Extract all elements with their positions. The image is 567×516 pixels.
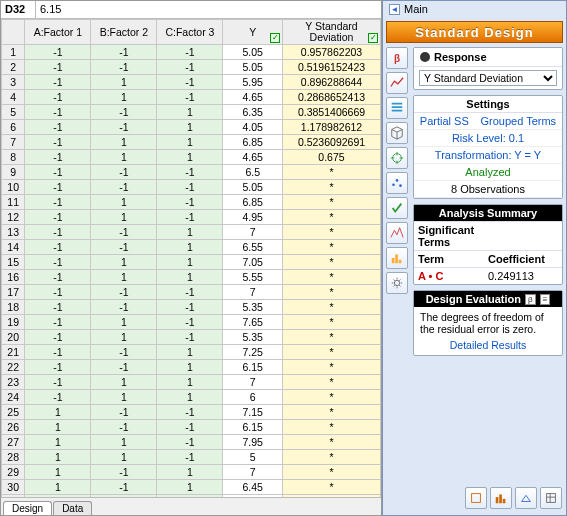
factor-cell[interactable]: 1: [157, 465, 223, 480]
row-header[interactable]: 30: [2, 480, 25, 495]
column-header[interactable]: A:Factor 1: [25, 20, 91, 45]
factor-cell[interactable]: 1: [25, 480, 91, 495]
factor-cell[interactable]: -1: [91, 285, 157, 300]
stddev-cell[interactable]: *: [283, 255, 381, 270]
stddev-cell[interactable]: *: [283, 165, 381, 180]
mini-icon[interactable]: β: [525, 294, 536, 305]
bars-icon[interactable]: [386, 247, 408, 269]
factor-cell[interactable]: 1: [25, 450, 91, 465]
row-header[interactable]: 5: [2, 105, 25, 120]
stddev-cell[interactable]: 0.2868652413: [283, 90, 381, 105]
factor-cell[interactable]: 1: [157, 360, 223, 375]
y-cell[interactable]: 6.85: [223, 195, 283, 210]
factor-cell[interactable]: -1: [157, 420, 223, 435]
partial-ss-link[interactable]: Partial SS: [420, 115, 469, 127]
tab-data[interactable]: Data: [53, 501, 92, 515]
column-header[interactable]: [2, 20, 25, 45]
column-header[interactable]: C:Factor 3: [157, 20, 223, 45]
back-icon[interactable]: ◄: [389, 4, 400, 15]
factor-cell[interactable]: -1: [25, 135, 91, 150]
row-header[interactable]: 23: [2, 375, 25, 390]
factor-cell[interactable]: -1: [91, 165, 157, 180]
y-cell[interactable]: 5.05: [223, 45, 283, 60]
beta-icon[interactable]: β: [386, 47, 408, 69]
factor-cell[interactable]: -1: [157, 330, 223, 345]
row-header[interactable]: 28: [2, 450, 25, 465]
factor-cell[interactable]: -1: [91, 180, 157, 195]
factor-cell[interactable]: -1: [157, 180, 223, 195]
factor-cell[interactable]: 1: [91, 330, 157, 345]
factor-cell[interactable]: -1: [157, 75, 223, 90]
factor-cell[interactable]: 1: [157, 105, 223, 120]
y-cell[interactable]: 6: [223, 390, 283, 405]
gear-icon[interactable]: [386, 272, 408, 294]
detailed-results-link[interactable]: Detailed Results: [420, 339, 556, 351]
factor-cell[interactable]: -1: [25, 90, 91, 105]
y-cell[interactable]: 6.5: [223, 165, 283, 180]
factor-cell[interactable]: -1: [25, 375, 91, 390]
factor-cell[interactable]: -1: [157, 60, 223, 75]
y-cell[interactable]: 7.15: [223, 405, 283, 420]
chart-line-icon[interactable]: [386, 72, 408, 94]
factor-cell[interactable]: -1: [25, 360, 91, 375]
footer-btn-1[interactable]: [465, 487, 487, 509]
stddev-cell[interactable]: *: [283, 195, 381, 210]
row-header[interactable]: 13: [2, 225, 25, 240]
stddev-cell[interactable]: *: [283, 390, 381, 405]
stddev-cell[interactable]: *: [283, 450, 381, 465]
y-cell[interactable]: 5.95: [223, 75, 283, 90]
grid-scroll[interactable]: A:Factor 1B:Factor 2C:Factor 3Y✓Y Standa…: [1, 19, 381, 497]
row-header[interactable]: 9: [2, 165, 25, 180]
row-header[interactable]: 17: [2, 285, 25, 300]
y-cell[interactable]: 7.95: [223, 435, 283, 450]
peak-icon[interactable]: [386, 222, 408, 244]
factor-cell[interactable]: 1: [157, 120, 223, 135]
row-header[interactable]: 18: [2, 300, 25, 315]
factor-cell[interactable]: 1: [157, 375, 223, 390]
row-header[interactable]: 3: [2, 75, 25, 90]
factor-cell[interactable]: -1: [25, 270, 91, 285]
factor-cell[interactable]: -1: [157, 90, 223, 105]
factor-cell[interactable]: 1: [91, 210, 157, 225]
stddev-cell[interactable]: *: [283, 300, 381, 315]
factor-cell[interactable]: 1: [157, 255, 223, 270]
y-cell[interactable]: 7.25: [223, 345, 283, 360]
stddev-cell[interactable]: 0.3851406669: [283, 105, 381, 120]
response-select[interactable]: Y Standard Deviation: [419, 70, 557, 86]
cell-value-input[interactable]: 6.15: [36, 1, 381, 18]
factor-cell[interactable]: -1: [25, 315, 91, 330]
list-icon[interactable]: [386, 97, 408, 119]
y-cell[interactable]: 5.55: [223, 270, 283, 285]
target-icon[interactable]: [386, 147, 408, 169]
row-header[interactable]: 29: [2, 465, 25, 480]
row-header[interactable]: 15: [2, 255, 25, 270]
factor-cell[interactable]: -1: [91, 465, 157, 480]
row-header[interactable]: 19: [2, 315, 25, 330]
stddev-cell[interactable]: *: [283, 315, 381, 330]
y-cell[interactable]: 6.15: [223, 360, 283, 375]
factor-cell[interactable]: -1: [25, 285, 91, 300]
factor-cell[interactable]: -1: [157, 195, 223, 210]
stddev-cell[interactable]: *: [283, 225, 381, 240]
factor-cell[interactable]: 1: [25, 405, 91, 420]
stddev-cell[interactable]: *: [283, 435, 381, 450]
y-cell[interactable]: 7.05: [223, 255, 283, 270]
row-header[interactable]: 22: [2, 360, 25, 375]
y-cell[interactable]: 7: [223, 225, 283, 240]
stddev-cell[interactable]: *: [283, 285, 381, 300]
footer-btn-4[interactable]: [540, 487, 562, 509]
row-header[interactable]: 21: [2, 345, 25, 360]
factor-cell[interactable]: -1: [157, 285, 223, 300]
check-icon[interactable]: [386, 197, 408, 219]
factor-cell[interactable]: 1: [157, 480, 223, 495]
stddev-cell[interactable]: 0.896288644: [283, 75, 381, 90]
stddev-cell[interactable]: *: [283, 465, 381, 480]
factor-cell[interactable]: -1: [157, 315, 223, 330]
stddev-cell[interactable]: *: [283, 240, 381, 255]
y-cell[interactable]: 7: [223, 375, 283, 390]
factor-cell[interactable]: -1: [91, 105, 157, 120]
factor-cell[interactable]: -1: [25, 240, 91, 255]
factor-cell[interactable]: -1: [91, 405, 157, 420]
row-header[interactable]: 16: [2, 270, 25, 285]
factor-cell[interactable]: 1: [157, 240, 223, 255]
